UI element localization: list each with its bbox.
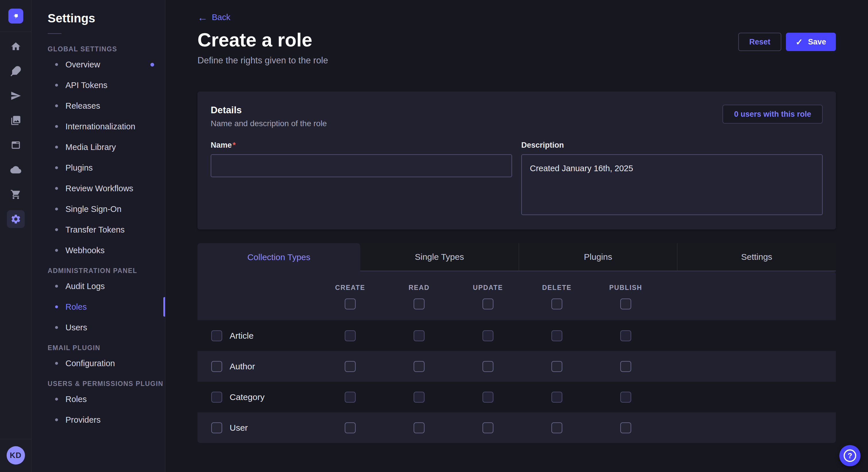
sidebar-item-label: API Tokens [65, 80, 107, 90]
sidebar-item-internationalization[interactable]: Internationalization [48, 116, 165, 137]
sidebar-item-transfer-tokens[interactable]: Transfer Tokens [48, 220, 165, 240]
user-publish-checkbox[interactable] [620, 423, 631, 433]
main-content: ← Back Create a role Define the rights g… [165, 0, 868, 472]
bullet-icon [55, 326, 58, 329]
sidebar-item-audit-logs[interactable]: Audit Logs [48, 276, 165, 297]
back-arrow-icon: ← [197, 13, 208, 22]
strapi-logo-icon[interactable] [8, 9, 23, 24]
cart-icon[interactable] [7, 186, 25, 203]
sidebar-item-overview[interactable]: Overview [48, 54, 165, 75]
media-library-icon[interactable] [7, 111, 25, 129]
sidebar-nav: GLOBAL SETTINGSOverviewAPI TokensRelease… [48, 45, 165, 430]
sidebar-item-plugins[interactable]: Plugins [48, 158, 165, 178]
bullet-icon [55, 84, 58, 87]
sidebar-item-users[interactable]: Users [48, 317, 165, 338]
category-update-checkbox[interactable] [483, 392, 493, 403]
save-button[interactable]: ✓ Save [786, 33, 836, 51]
feather-icon[interactable] [7, 62, 25, 80]
settings-sidebar: Settings GLOBAL SETTINGSOverviewAPI Toke… [32, 0, 165, 472]
sidebar-item-configuration[interactable]: Configuration [48, 353, 165, 374]
layout-icon[interactable] [7, 136, 25, 154]
category-read-checkbox[interactable] [414, 392, 425, 403]
permission-row-article: Article [197, 320, 836, 351]
sidebar-item-roles[interactable]: Roles [48, 297, 165, 317]
paper-plane-icon[interactable] [7, 87, 25, 105]
select-row-author-checkbox[interactable] [211, 361, 222, 372]
select-row-category-checkbox[interactable] [211, 392, 222, 403]
row-label: User [229, 423, 248, 433]
sidebar-item-label: Webhooks [65, 246, 105, 255]
user-update-checkbox[interactable] [483, 423, 493, 433]
author-publish-checkbox[interactable] [620, 361, 631, 372]
article-delete-checkbox[interactable] [551, 330, 562, 341]
header-actions: Reset ✓ Save [738, 33, 836, 51]
gear-icon[interactable] [7, 210, 25, 228]
sidebar-item-providers[interactable]: Providers [48, 409, 165, 430]
column-header-delete: DELETE [542, 284, 572, 292]
user-delete-checkbox[interactable] [551, 423, 562, 433]
avatar[interactable]: KD [7, 446, 25, 465]
sidebar-item-api-tokens[interactable]: API Tokens [48, 75, 165, 96]
bullet-icon [55, 362, 58, 365]
tab-settings[interactable]: Settings [677, 243, 836, 271]
author-read-checkbox[interactable] [414, 361, 425, 372]
sidebar-item-single-sign-on[interactable]: Single Sign-On [48, 199, 165, 220]
article-publish-checkbox[interactable] [620, 330, 631, 341]
category-delete-checkbox[interactable] [551, 392, 562, 403]
cloud-icon[interactable] [7, 161, 25, 179]
bullet-icon [55, 285, 58, 288]
home-icon[interactable] [7, 38, 25, 55]
bullet-icon [55, 125, 58, 128]
permissions-panel: CREATEREADUPDATEDELETEPUBLISH ArticleAut… [197, 271, 836, 443]
bullet-icon [55, 187, 58, 190]
sidebar-item-label: Configuration [65, 359, 115, 368]
sidebar-item-webhooks[interactable]: Webhooks [48, 240, 165, 261]
user-read-checkbox[interactable] [414, 423, 425, 433]
select-all-create-checkbox[interactable] [345, 299, 355, 309]
sidebar-item-label: Review Workflows [65, 184, 133, 193]
author-create-checkbox[interactable] [345, 361, 355, 372]
select-row-article-checkbox[interactable] [211, 330, 222, 341]
select-all-publish-checkbox[interactable] [620, 299, 631, 309]
sidebar-item-roles[interactable]: Roles [48, 389, 165, 409]
sidebar-item-label: Providers [65, 415, 101, 425]
back-link[interactable]: ← Back [197, 12, 230, 22]
bullet-icon [55, 166, 58, 169]
article-update-checkbox[interactable] [483, 330, 493, 341]
bullet-icon [55, 208, 58, 210]
article-create-checkbox[interactable] [345, 330, 355, 341]
select-all-read-checkbox[interactable] [414, 299, 425, 309]
author-update-checkbox[interactable] [483, 361, 493, 372]
reset-button[interactable]: Reset [738, 33, 781, 51]
sidebar-item-label: Internationalization [65, 122, 135, 131]
details-heading: Details [211, 105, 327, 115]
user-create-checkbox[interactable] [345, 423, 355, 433]
bullet-icon [55, 305, 58, 308]
select-all-update-checkbox[interactable] [483, 299, 493, 309]
bullet-icon [55, 418, 58, 421]
tab-collection-types[interactable]: Collection Types [197, 243, 360, 271]
tab-single-types[interactable]: Single Types [360, 243, 519, 271]
details-card: Details Name and description of the role… [197, 92, 836, 229]
description-label: Description [521, 141, 564, 149]
help-button[interactable]: ? [839, 445, 861, 466]
bullet-icon [55, 104, 58, 107]
permissions-tabs: Collection Types Single Types Plugins Se… [197, 243, 836, 271]
column-header-publish: PUBLISH [609, 284, 642, 292]
article-read-checkbox[interactable] [414, 330, 425, 341]
category-publish-checkbox[interactable] [620, 392, 631, 403]
select-all-delete-checkbox[interactable] [551, 299, 562, 309]
tab-plugins[interactable]: Plugins [519, 243, 677, 271]
section-label: GLOBAL SETTINGS [48, 45, 165, 53]
sidebar-item-media-library[interactable]: Media Library [48, 137, 165, 158]
author-delete-checkbox[interactable] [551, 361, 562, 372]
category-create-checkbox[interactable] [345, 392, 355, 403]
description-textarea[interactable]: Created January 16th, 2025 [521, 154, 823, 215]
row-label: Article [229, 331, 253, 341]
sidebar-item-releases[interactable]: Releases [48, 96, 165, 116]
sidebar-item-review-workflows[interactable]: Review Workflows [48, 178, 165, 199]
title-underline [48, 33, 61, 34]
name-input[interactable] [211, 154, 512, 177]
users-with-role-button[interactable]: 0 users with this role [722, 105, 823, 124]
select-row-user-checkbox[interactable] [211, 423, 222, 433]
